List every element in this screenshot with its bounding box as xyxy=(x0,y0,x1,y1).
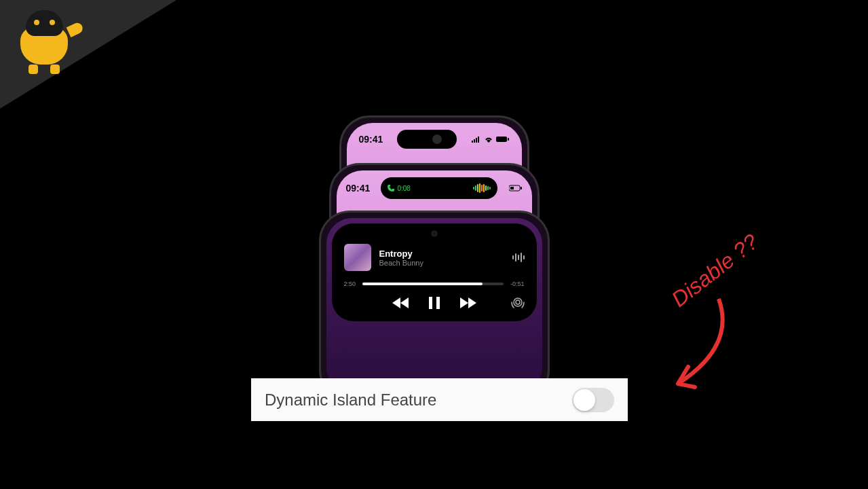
svg-rect-3 xyxy=(478,137,479,143)
svg-rect-10 xyxy=(436,297,440,309)
dynamic-island-music: Entropy Beach Bunny 2:50 xyxy=(332,223,537,321)
elapsed-time: 2:50 xyxy=(344,280,356,287)
visualizer-icon xyxy=(512,252,525,263)
battery-icon xyxy=(496,136,510,143)
wifi-icon xyxy=(484,136,493,143)
phone-front: Entropy Beach Bunny 2:50 xyxy=(319,211,550,401)
status-time: 09:41 xyxy=(346,183,371,194)
robot-logo xyxy=(17,7,85,75)
status-time: 09:41 xyxy=(359,134,383,145)
svg-rect-9 xyxy=(429,297,432,309)
remaining-time: -0:51 xyxy=(510,280,525,287)
settings-row: Dynamic Island Feature xyxy=(251,378,628,421)
next-button[interactable] xyxy=(460,297,476,311)
svg-rect-8 xyxy=(521,187,522,189)
settings-label: Dynamic Island Feature xyxy=(265,391,436,410)
dynamic-island-call: 0:08 xyxy=(381,177,497,199)
dynamic-island-pill xyxy=(397,130,457,149)
signal-icon xyxy=(472,136,481,143)
phone-icon xyxy=(388,185,394,192)
battery-icon xyxy=(509,185,523,192)
previous-button[interactable] xyxy=(392,297,409,311)
status-icons xyxy=(509,185,523,192)
call-duration: 0:08 xyxy=(397,185,410,192)
arrow-annotation xyxy=(624,285,746,408)
status-icons xyxy=(472,136,510,143)
pause-button[interactable] xyxy=(429,297,440,312)
album-art xyxy=(344,244,371,271)
waveform-icon xyxy=(473,183,491,194)
airplay-button[interactable] xyxy=(511,297,525,312)
phones-illustration: 09:41 09:41 0:08 xyxy=(319,115,550,387)
svg-rect-5 xyxy=(508,138,509,141)
svg-rect-1 xyxy=(474,139,475,143)
toggle-switch[interactable] xyxy=(572,388,614,412)
svg-rect-4 xyxy=(496,137,507,142)
svg-rect-7 xyxy=(510,187,514,189)
track-title: Entropy xyxy=(379,249,504,259)
progress-bar[interactable] xyxy=(362,283,504,285)
svg-rect-0 xyxy=(472,141,473,143)
track-artist: Beach Bunny xyxy=(379,259,504,267)
svg-point-12 xyxy=(514,298,522,306)
svg-rect-2 xyxy=(476,138,477,143)
svg-point-11 xyxy=(516,300,520,304)
